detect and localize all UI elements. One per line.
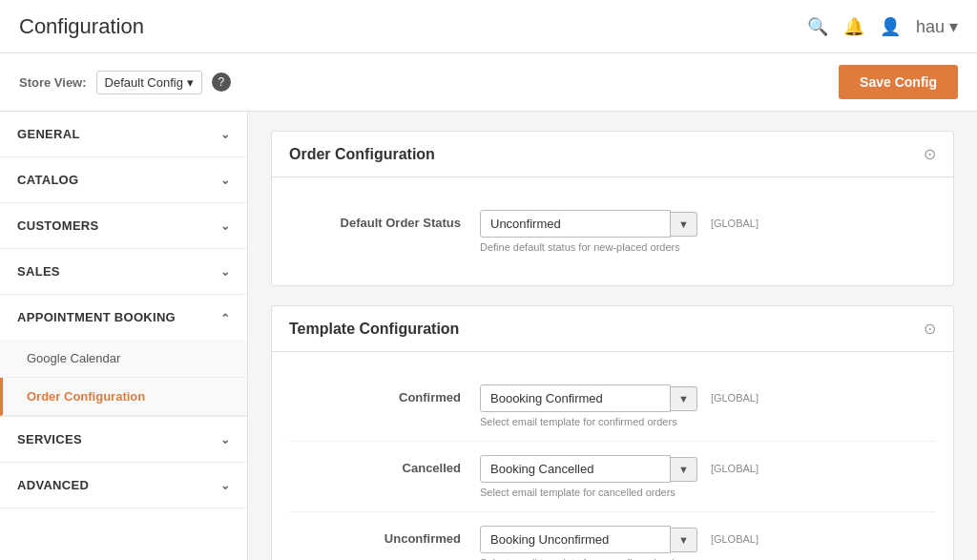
confirmed-select-wrap: Boooking Confirmed Booking Confirmed ▼ xyxy=(480,384,697,412)
cancelled-select-wrap: Booking Cancelled ▼ xyxy=(480,455,697,483)
template-configuration-title: Template Configuration xyxy=(289,321,459,338)
sidebar-item-catalog: CATALOG ⌄ xyxy=(0,157,247,203)
sidebar-item-services-header[interactable]: SERVICES ⌄ xyxy=(0,417,247,462)
chevron-down-icon: ▾ xyxy=(187,75,194,90)
unconfirmed-row: Unconfirmed Booking Unconfirmed ▼ Select… xyxy=(289,512,936,560)
sidebar-item-customers: CUSTOMERS ⌄ xyxy=(0,203,247,249)
main-layout: GENERAL ⌄ CATALOG ⌄ CUSTOMERS ⌄ SALES ⌄ xyxy=(0,112,977,560)
confirmed-hint: Select email template for confirmed orde… xyxy=(480,416,697,427)
cancelled-global: [GLOBAL] xyxy=(711,455,759,474)
help-icon[interactable]: ? xyxy=(212,73,231,92)
default-order-status-label: Default Order Status xyxy=(289,210,480,230)
unconfirmed-control: Booking Unconfirmed ▼ Select email templ… xyxy=(480,526,936,560)
sidebar-sub-item-order-configuration[interactable]: Order Configuration xyxy=(0,378,247,416)
sidebar-item-appointment-booking-header[interactable]: APPOINTMENT BOOKING ⌄ xyxy=(0,295,247,340)
confirmed-label: Confirmed xyxy=(289,384,480,404)
user-menu[interactable]: hau ▾ xyxy=(916,16,958,37)
template-configuration-body: Confirmed Boooking Confirmed Booking Con… xyxy=(272,352,953,560)
sidebar-sub-item-google-calendar[interactable]: Google Calendar xyxy=(0,340,247,378)
unconfirmed-select-wrap: Booking Unconfirmed ▼ xyxy=(480,526,697,553)
page-title: Configuration xyxy=(19,14,144,39)
sidebar-item-advanced: ADVANCED ⌄ xyxy=(0,463,247,508)
chevron-up-icon: ⌄ xyxy=(220,311,230,324)
template-configuration-section: Template Configuration ⊙ Confirmed Boook… xyxy=(271,305,954,560)
save-config-button[interactable]: Save Config xyxy=(839,65,958,99)
content-area: Order Configuration ⊙ Default Order Stat… xyxy=(248,112,977,560)
sidebar-item-sales-header[interactable]: SALES ⌄ xyxy=(0,249,247,294)
order-configuration-body: Default Order Status Unconfirmed Confirm… xyxy=(272,177,953,285)
chevron-down-icon: ⌄ xyxy=(220,219,230,233)
cancelled-row: Cancelled Booking Cancelled ▼ Select ema… xyxy=(289,442,936,512)
chevron-down-icon: ⌄ xyxy=(220,265,230,279)
sidebar-item-appointment-booking: APPOINTMENT BOOKING ⌄ Google Calendar Or… xyxy=(0,295,247,417)
top-header: Configuration 🔍 🔔 👤 hau ▾ xyxy=(0,0,977,53)
bell-icon[interactable]: 🔔 xyxy=(843,16,864,37)
sidebar-item-sales: SALES ⌄ xyxy=(0,249,247,295)
default-order-status-control: Unconfirmed Confirmed Cancelled ▼ Define… xyxy=(480,210,936,253)
sidebar-item-services: SERVICES ⌄ xyxy=(0,417,247,463)
chevron-down-icon: ⌄ xyxy=(220,174,230,187)
unconfirmed-label: Unconfirmed xyxy=(289,526,480,546)
select-arrow-icon[interactable]: ▼ xyxy=(671,212,697,237)
confirmed-control: Boooking Confirmed Booking Confirmed ▼ S… xyxy=(480,384,936,427)
unconfirmed-global: [GLOBAL] xyxy=(711,526,759,545)
store-view-label: Store View: xyxy=(19,75,87,90)
confirmed-row: Confirmed Boooking Confirmed Booking Con… xyxy=(289,371,936,442)
cancelled-value-col: Booking Cancelled ▼ Select email templat… xyxy=(480,455,697,498)
select-arrow-icon[interactable]: ▼ xyxy=(671,528,697,552)
sidebar: GENERAL ⌄ CATALOG ⌄ CUSTOMERS ⌄ SALES ⌄ xyxy=(0,112,248,560)
cancelled-label: Cancelled xyxy=(289,455,480,475)
confirmed-global: [GLOBAL] xyxy=(711,384,759,404)
default-order-status-hint: Define default status for new-placed ord… xyxy=(480,241,697,253)
user-icon: 👤 xyxy=(880,16,901,37)
store-bar: Store View: Default Config ▾ ? Save Conf… xyxy=(0,53,977,112)
order-configuration-header: Order Configuration ⊙ xyxy=(272,132,953,177)
unconfirmed-value-col: Booking Unconfirmed ▼ Select email templ… xyxy=(480,526,697,560)
collapse-icon[interactable]: ⊙ xyxy=(924,320,936,338)
cancelled-hint: Select email template for cancelled orde… xyxy=(480,487,697,498)
default-order-status-global: [GLOBAL] xyxy=(711,210,759,229)
cancelled-select[interactable]: Booking Cancelled xyxy=(480,455,671,483)
order-configuration-section: Order Configuration ⊙ Default Order Stat… xyxy=(271,131,954,286)
confirmed-select[interactable]: Boooking Confirmed Booking Confirmed xyxy=(480,384,671,412)
confirmed-value-col: Boooking Confirmed Booking Confirmed ▼ S… xyxy=(480,384,697,427)
default-order-status-select-wrap: Unconfirmed Confirmed Cancelled ▼ xyxy=(480,210,697,238)
order-configuration-title: Order Configuration xyxy=(289,146,435,163)
chevron-down-icon: ⌄ xyxy=(220,128,230,141)
sidebar-sub-appointment-booking: Google Calendar Order Configuration xyxy=(0,340,247,416)
sidebar-item-general-header[interactable]: GENERAL ⌄ xyxy=(0,112,247,156)
search-icon[interactable]: 🔍 xyxy=(807,16,828,37)
template-configuration-header: Template Configuration ⊙ xyxy=(272,306,953,352)
default-order-status-value-col: Unconfirmed Confirmed Cancelled ▼ Define… xyxy=(480,210,697,253)
store-bar-left: Store View: Default Config ▾ ? xyxy=(19,71,231,94)
header-icons: 🔍 🔔 👤 hau ▾ xyxy=(807,16,958,37)
default-order-status-row: Default Order Status Unconfirmed Confirm… xyxy=(289,197,936,266)
sidebar-item-general: GENERAL ⌄ xyxy=(0,112,247,157)
default-order-status-select[interactable]: Unconfirmed Confirmed Cancelled xyxy=(480,210,671,238)
select-arrow-icon[interactable]: ▼ xyxy=(671,386,697,411)
store-view-select[interactable]: Default Config ▾ xyxy=(96,71,202,94)
chevron-down-icon: ⌄ xyxy=(220,479,230,492)
unconfirmed-select[interactable]: Booking Unconfirmed xyxy=(480,526,671,553)
cancelled-control: Booking Cancelled ▼ Select email templat… xyxy=(480,455,936,498)
select-arrow-icon[interactable]: ▼ xyxy=(671,457,697,482)
sidebar-item-customers-header[interactable]: CUSTOMERS ⌄ xyxy=(0,203,247,248)
collapse-icon[interactable]: ⊙ xyxy=(924,145,936,163)
sidebar-item-advanced-header[interactable]: ADVANCED ⌄ xyxy=(0,463,247,508)
chevron-down-icon: ⌄ xyxy=(220,433,230,446)
sidebar-item-catalog-header[interactable]: CATALOG ⌄ xyxy=(0,157,247,202)
